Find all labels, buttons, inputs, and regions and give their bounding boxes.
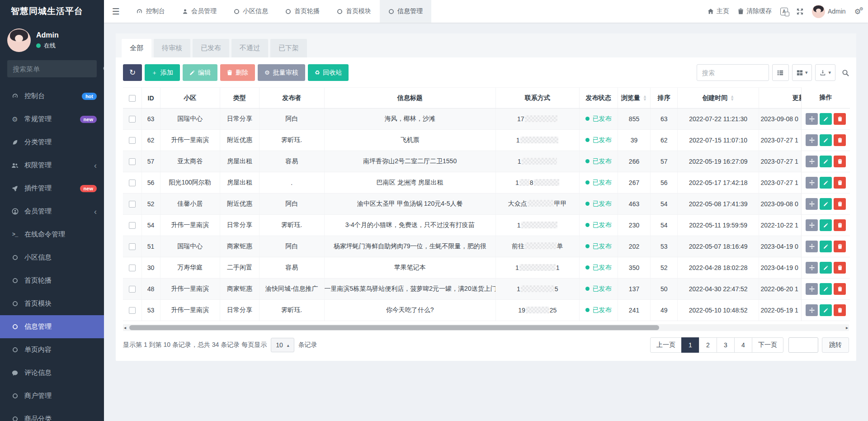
filter-tab-all[interactable]: 全部 [122,39,151,57]
move-row-button[interactable] [806,113,818,125]
edit-row-button[interactable] [820,198,832,210]
jump-page-input[interactable] [788,337,818,353]
delete-button[interactable]: 删除 [220,64,255,81]
settings-gears-icon[interactable]: ⚙ [854,7,861,16]
row-checkbox[interactable] [129,201,136,208]
delete-row-button[interactable] [834,304,846,316]
sidebar-item-home-carousel[interactable]: 首页轮播 [0,269,104,292]
delete-row-button[interactable] [834,262,846,274]
sidebar-item-info-manage[interactable]: 信息管理 [0,315,104,338]
move-row-button[interactable] [806,219,818,231]
batch-audit-button[interactable]: ⚙批量审核 [258,64,305,81]
edit-row-button[interactable] [820,134,832,146]
move-row-button[interactable] [806,177,818,189]
move-row-button[interactable] [806,241,818,252]
page-size-select[interactable]: 10 ▴ [271,338,294,352]
delete-row-button[interactable] [834,219,846,231]
topbar-tab-member-manage[interactable]: 会员管理 [174,0,225,23]
sidebar-search-input[interactable] [13,65,103,73]
language-icon[interactable]: A [780,8,788,15]
edit-row-button[interactable] [820,219,832,231]
row-checkbox[interactable] [129,243,136,250]
topbar-tab-community-info[interactable]: 小区信息 [225,0,277,23]
delete-row-button[interactable] [834,113,846,125]
sidebar-item-goods-category[interactable]: 商品分类 [0,407,104,421]
page-prev[interactable]: 上一页 [650,337,682,353]
refresh-button[interactable]: ↻ [123,64,142,81]
edit-row-button[interactable] [820,113,832,125]
horizontal-scrollbar[interactable]: ◂ ▸ [123,324,849,331]
move-row-button[interactable] [806,304,818,316]
clear-cache-link[interactable]: 清除缓存 [738,7,772,15]
delete-row-button[interactable] [834,241,846,252]
scrollbar-thumb[interactable] [129,325,659,330]
sidebar-item-dashboard[interactable]: 控制台hot [0,85,104,108]
move-row-button[interactable] [806,262,818,274]
delete-row-button[interactable] [834,198,846,210]
delete-row-button[interactable] [834,156,846,167]
row-checkbox[interactable] [129,158,136,165]
move-row-button[interactable] [806,134,818,146]
topbar-tab-info-manage[interactable]: 信息管理 [380,0,431,23]
scroll-left-icon[interactable]: ◂ [124,324,126,331]
filter-tab-pending[interactable]: 待审核 [154,39,190,57]
move-row-button[interactable] [806,156,818,167]
topbar-tab-home-module[interactable]: 首页模块 [328,0,380,23]
select-all-checkbox[interactable] [129,95,136,102]
sidebar-item-member-manage[interactable]: 会员管理‹ [0,200,104,223]
toggle-view-button[interactable] [772,64,789,81]
add-button[interactable]: ＋添加 [145,64,180,81]
sidebar-item-auth-manage[interactable]: 权限管理‹ [0,154,104,177]
col-header-views[interactable]: 浏览量▲▼ [618,88,651,109]
row-checkbox[interactable] [129,222,136,229]
menu-toggle-icon[interactable]: ☰ [104,0,127,23]
recycle-bin-button[interactable]: ♻回收站 [308,64,349,81]
filter-tab-published[interactable]: 已发布 [193,39,229,57]
col-header-created[interactable]: 创建时间▲▼ [677,88,759,109]
edit-row-button[interactable] [820,262,832,274]
user-avatar[interactable] [7,28,31,52]
edit-row-button[interactable] [820,283,832,295]
user-menu[interactable]: Admin [812,5,846,18]
sidebar-item-home-module[interactable]: 首页模块 [0,292,104,315]
page-3[interactable]: 3 [717,337,735,353]
sidebar-item-community-info[interactable]: 小区信息 [0,246,104,269]
delete-row-button[interactable] [834,177,846,189]
move-row-button[interactable] [806,198,818,210]
search-toggle-icon[interactable] [842,69,849,76]
sidebar-item-single-page[interactable]: 单页内容 [0,338,104,361]
topbar-tab-home-carousel[interactable]: 首页轮播 [277,0,328,23]
delete-row-button[interactable] [834,283,846,295]
page-next[interactable]: 下一页 [752,337,783,353]
edit-row-button[interactable] [820,156,832,167]
topbar-tab-dashboard[interactable]: 控制台 [127,0,174,23]
columns-dropdown-button[interactable]: ▾ [792,64,812,81]
page-2[interactable]: 2 [699,337,717,353]
row-checkbox[interactable] [129,180,136,186]
edit-row-button[interactable] [820,177,832,189]
row-checkbox[interactable] [129,307,136,314]
table-search-input[interactable] [697,64,769,81]
row-checkbox[interactable] [129,286,136,293]
sidebar-item-online-command[interactable]: >_在线命令管理 [0,223,104,246]
filter-tab-rejected[interactable]: 不通过 [231,39,268,57]
sidebar-item-general-manage[interactable]: ⚙常规管理new [0,108,104,131]
jump-button[interactable]: 跳转 [822,337,849,353]
sidebar-item-comment-info[interactable]: 评论信息 [0,361,104,384]
move-row-button[interactable] [806,283,818,295]
home-link[interactable]: 主页 [708,7,729,15]
row-checkbox[interactable] [129,116,136,123]
row-checkbox[interactable] [129,137,136,144]
sidebar-item-addon-manage[interactable]: 插件管理new [0,177,104,200]
row-checkbox[interactable] [129,265,136,271]
sidebar-item-merchant-manage[interactable]: 商户管理 [0,384,104,407]
fullscreen-icon[interactable] [797,8,803,15]
scroll-right-icon[interactable]: ▸ [846,324,848,331]
edit-row-button[interactable] [820,304,832,316]
page-4[interactable]: 4 [734,337,752,353]
edit-row-button[interactable] [820,241,832,252]
sidebar-item-category-manage[interactable]: 分类管理 [0,131,104,154]
filter-tab-offline[interactable]: 已下架 [270,39,307,57]
edit-button[interactable]: 编辑 [183,64,217,81]
page-1[interactable]: 1 [681,337,699,353]
